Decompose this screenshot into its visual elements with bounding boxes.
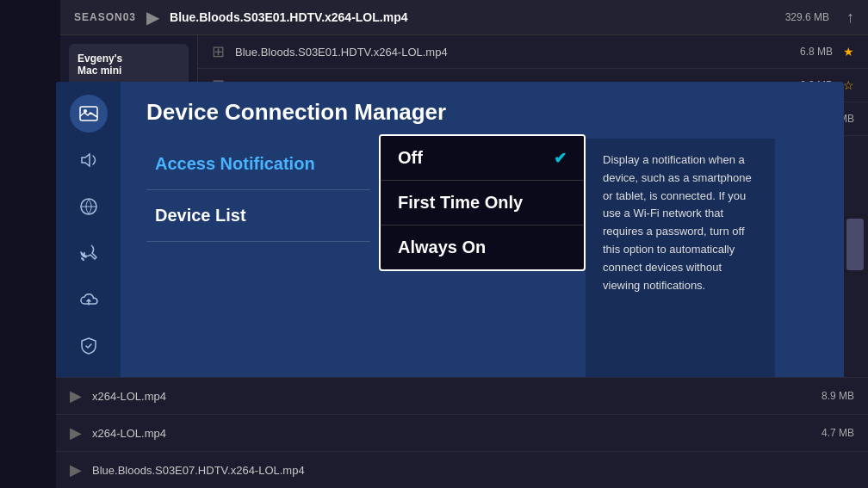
sidebar-icon-speaker[interactable] [70, 141, 108, 179]
overlay-title: Device Connection Manager [146, 99, 818, 126]
overlay-header: Device Connection Manager [121, 82, 844, 139]
bottom-row-1: ▶ x264-LOL.mp4 8.9 MB [56, 377, 868, 414]
file-icon-top: ▶ [146, 7, 159, 28]
bottom-row-2: ▶ x264-LOL.mp4 4.7 MB [56, 414, 868, 451]
film-icon-b2: ▶ [70, 423, 82, 442]
menu-item-device-list[interactable]: Device List [146, 190, 370, 242]
film-icon-b3: ▶ [70, 460, 82, 479]
sidebar-icon-cast[interactable] [70, 188, 108, 225]
film-icon-b1: ▶ [70, 386, 82, 405]
sidebar-icon-image[interactable] [70, 95, 108, 133]
file-row-1: ⊞ Blue.Bloods.S03E01.HDTV.x264-LOL.mp4 6… [198, 35, 868, 69]
device-name: Evgeny'sMac mini [78, 53, 180, 77]
dropdown-container: Off ✔ First Time Only Always On [379, 134, 586, 271]
bottom-file-size-2: 4.7 MB [822, 427, 854, 439]
bottom-file-label-2: x264-LOL.mp4 [92, 427, 811, 440]
sidebar-icon-cloud[interactable] [70, 281, 108, 318]
top-file-name: Blue.Bloods.S03E01.HDTV.x264-LOL.mp4 [170, 10, 407, 24]
video-icon-1: ⊞ [212, 42, 225, 61]
season-label: SEASON03 [74, 11, 136, 23]
dropdown-label-always-on: Always On [398, 238, 486, 257]
top-bar: SEASON03 ▶ Blue.Bloods.S03E01.HDTV.x264-… [60, 0, 868, 35]
bottom-row-3: ▶ Blue.Bloods.S03E07.HDTV.x264-LOL.mp4 [56, 451, 868, 488]
check-icon-off: ✔ [554, 149, 567, 168]
sidebar-icon-tools[interactable] [70, 234, 108, 272]
top-file-size: 329.6 MB [785, 11, 829, 23]
star-icon-1[interactable]: ★ [843, 45, 854, 59]
dropdown-item-off[interactable]: Off ✔ [381, 136, 584, 181]
main-sidebar [0, 0, 60, 488]
bottom-file-label-3: Blue.Bloods.S03E07.HDTV.x264-LOL.mp4 [92, 464, 854, 477]
bottom-file-label-1: x264-LOL.mp4 [92, 390, 811, 403]
scroll-indicator[interactable] [846, 219, 864, 270]
file-label-1: Blue.Bloods.S03E01.HDTV.x264-LOL.mp4 [235, 46, 790, 59]
dropdown-label-off: Off [398, 148, 423, 168]
description-text: Display a notification when a device, su… [603, 151, 758, 294]
dropdown-label-first-time: First Time Only [398, 193, 523, 213]
menu-item-access-notification[interactable]: Access Notification [146, 139, 370, 190]
sidebar-icon-shield[interactable] [70, 327, 108, 365]
up-arrow-icon: ↑ [846, 9, 854, 27]
dropdown-item-first-time[interactable]: First Time Only [381, 181, 584, 225]
bottom-area: ▶ x264-LOL.mp4 8.9 MB ▶ x264-LOL.mp4 4.7… [56, 377, 868, 488]
dropdown-item-always-on[interactable]: Always On [381, 225, 584, 269]
bottom-file-size-1: 8.9 MB [822, 390, 854, 402]
file-size-1: 6.8 MB [800, 46, 833, 58]
star-icon-2[interactable]: ☆ [843, 78, 854, 92]
